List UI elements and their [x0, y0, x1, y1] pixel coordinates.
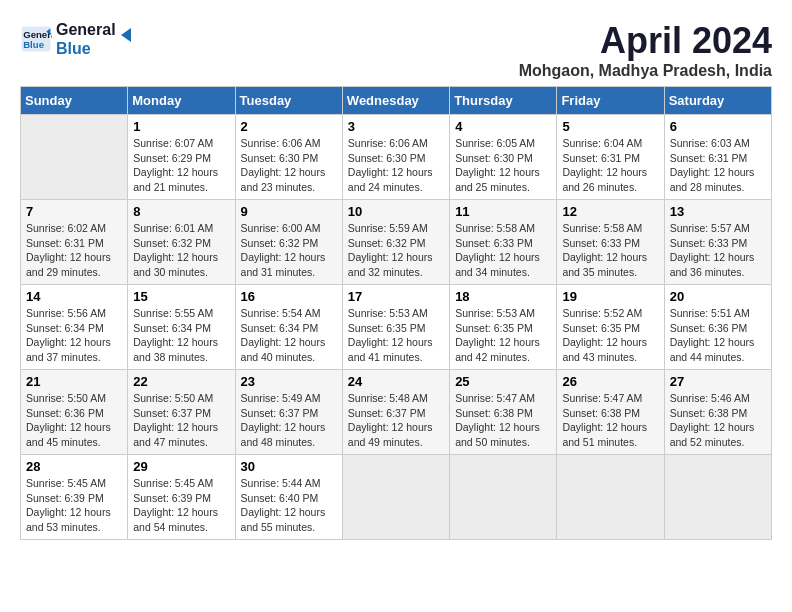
calendar-cell: 4Sunrise: 6:05 AMSunset: 6:30 PMDaylight…: [450, 115, 557, 200]
calendar-cell: 18Sunrise: 5:53 AMSunset: 6:35 PMDayligh…: [450, 285, 557, 370]
day-info: Sunrise: 6:06 AMSunset: 6:30 PMDaylight:…: [348, 136, 444, 195]
calendar-cell: [342, 455, 449, 540]
day-info: Sunrise: 5:46 AMSunset: 6:38 PMDaylight:…: [670, 391, 766, 450]
month-title: April 2024: [519, 20, 772, 62]
day-info: Sunrise: 5:51 AMSunset: 6:36 PMDaylight:…: [670, 306, 766, 365]
day-info: Sunrise: 6:06 AMSunset: 6:30 PMDaylight:…: [241, 136, 337, 195]
day-info: Sunrise: 5:54 AMSunset: 6:34 PMDaylight:…: [241, 306, 337, 365]
day-info: Sunrise: 5:52 AMSunset: 6:35 PMDaylight:…: [562, 306, 658, 365]
calendar-cell: 14Sunrise: 5:56 AMSunset: 6:34 PMDayligh…: [21, 285, 128, 370]
day-number: 30: [241, 459, 337, 474]
day-info: Sunrise: 6:07 AMSunset: 6:29 PMDaylight:…: [133, 136, 229, 195]
day-info: Sunrise: 5:58 AMSunset: 6:33 PMDaylight:…: [562, 221, 658, 280]
day-number: 22: [133, 374, 229, 389]
day-info: Sunrise: 5:49 AMSunset: 6:37 PMDaylight:…: [241, 391, 337, 450]
day-number: 18: [455, 289, 551, 304]
calendar-cell: 3Sunrise: 6:06 AMSunset: 6:30 PMDaylight…: [342, 115, 449, 200]
calendar-cell: 5Sunrise: 6:04 AMSunset: 6:31 PMDaylight…: [557, 115, 664, 200]
day-number: 13: [670, 204, 766, 219]
day-number: 8: [133, 204, 229, 219]
day-number: 19: [562, 289, 658, 304]
day-info: Sunrise: 5:53 AMSunset: 6:35 PMDaylight:…: [348, 306, 444, 365]
day-info: Sunrise: 5:50 AMSunset: 6:36 PMDaylight:…: [26, 391, 122, 450]
header-monday: Monday: [128, 87, 235, 115]
calendar-cell: 28Sunrise: 5:45 AMSunset: 6:39 PMDayligh…: [21, 455, 128, 540]
calendar-cell: 21Sunrise: 5:50 AMSunset: 6:36 PMDayligh…: [21, 370, 128, 455]
calendar-cell: 6Sunrise: 6:03 AMSunset: 6:31 PMDaylight…: [664, 115, 771, 200]
logo-text-general: General: [56, 20, 116, 39]
day-info: Sunrise: 6:05 AMSunset: 6:30 PMDaylight:…: [455, 136, 551, 195]
day-info: Sunrise: 6:04 AMSunset: 6:31 PMDaylight:…: [562, 136, 658, 195]
calendar-cell: 19Sunrise: 5:52 AMSunset: 6:35 PMDayligh…: [557, 285, 664, 370]
day-number: 20: [670, 289, 766, 304]
day-number: 17: [348, 289, 444, 304]
day-info: Sunrise: 5:45 AMSunset: 6:39 PMDaylight:…: [133, 476, 229, 535]
calendar-cell: 24Sunrise: 5:48 AMSunset: 6:37 PMDayligh…: [342, 370, 449, 455]
calendar-week-1: 1Sunrise: 6:07 AMSunset: 6:29 PMDaylight…: [21, 115, 772, 200]
day-info: Sunrise: 5:57 AMSunset: 6:33 PMDaylight:…: [670, 221, 766, 280]
day-number: 2: [241, 119, 337, 134]
calendar-cell: 23Sunrise: 5:49 AMSunset: 6:37 PMDayligh…: [235, 370, 342, 455]
location: Mohgaon, Madhya Pradesh, India: [519, 62, 772, 80]
logo: General Blue General Blue: [20, 20, 136, 58]
day-number: 14: [26, 289, 122, 304]
day-number: 27: [670, 374, 766, 389]
header-friday: Friday: [557, 87, 664, 115]
calendar-week-4: 21Sunrise: 5:50 AMSunset: 6:36 PMDayligh…: [21, 370, 772, 455]
day-info: Sunrise: 5:48 AMSunset: 6:37 PMDaylight:…: [348, 391, 444, 450]
logo-icon: General Blue: [20, 25, 52, 53]
calendar-week-3: 14Sunrise: 5:56 AMSunset: 6:34 PMDayligh…: [21, 285, 772, 370]
day-number: 10: [348, 204, 444, 219]
calendar-cell: [557, 455, 664, 540]
day-info: Sunrise: 5:44 AMSunset: 6:40 PMDaylight:…: [241, 476, 337, 535]
page-header: General Blue General Blue April 2024 Moh…: [20, 20, 772, 80]
calendar-cell: 25Sunrise: 5:47 AMSunset: 6:38 PMDayligh…: [450, 370, 557, 455]
header-sunday: Sunday: [21, 87, 128, 115]
title-area: April 2024 Mohgaon, Madhya Pradesh, Indi…: [519, 20, 772, 80]
calendar-table: Sunday Monday Tuesday Wednesday Thursday…: [20, 86, 772, 540]
calendar-week-2: 7Sunrise: 6:02 AMSunset: 6:31 PMDaylight…: [21, 200, 772, 285]
calendar-cell: 16Sunrise: 5:54 AMSunset: 6:34 PMDayligh…: [235, 285, 342, 370]
day-number: 9: [241, 204, 337, 219]
calendar-cell: 1Sunrise: 6:07 AMSunset: 6:29 PMDaylight…: [128, 115, 235, 200]
day-number: 16: [241, 289, 337, 304]
day-info: Sunrise: 5:56 AMSunset: 6:34 PMDaylight:…: [26, 306, 122, 365]
calendar-header-row: Sunday Monday Tuesday Wednesday Thursday…: [21, 87, 772, 115]
day-number: 21: [26, 374, 122, 389]
calendar-cell: 13Sunrise: 5:57 AMSunset: 6:33 PMDayligh…: [664, 200, 771, 285]
day-info: Sunrise: 5:59 AMSunset: 6:32 PMDaylight:…: [348, 221, 444, 280]
calendar-cell: 10Sunrise: 5:59 AMSunset: 6:32 PMDayligh…: [342, 200, 449, 285]
day-info: Sunrise: 5:58 AMSunset: 6:33 PMDaylight:…: [455, 221, 551, 280]
day-info: Sunrise: 6:03 AMSunset: 6:31 PMDaylight:…: [670, 136, 766, 195]
day-number: 11: [455, 204, 551, 219]
day-info: Sunrise: 5:47 AMSunset: 6:38 PMDaylight:…: [562, 391, 658, 450]
day-info: Sunrise: 5:53 AMSunset: 6:35 PMDaylight:…: [455, 306, 551, 365]
calendar-week-5: 28Sunrise: 5:45 AMSunset: 6:39 PMDayligh…: [21, 455, 772, 540]
calendar-cell: [21, 115, 128, 200]
day-number: 15: [133, 289, 229, 304]
day-info: Sunrise: 5:55 AMSunset: 6:34 PMDaylight:…: [133, 306, 229, 365]
header-thursday: Thursday: [450, 87, 557, 115]
day-number: 6: [670, 119, 766, 134]
day-info: Sunrise: 6:00 AMSunset: 6:32 PMDaylight:…: [241, 221, 337, 280]
calendar-cell: 12Sunrise: 5:58 AMSunset: 6:33 PMDayligh…: [557, 200, 664, 285]
day-info: Sunrise: 5:50 AMSunset: 6:37 PMDaylight:…: [133, 391, 229, 450]
calendar-cell: 15Sunrise: 5:55 AMSunset: 6:34 PMDayligh…: [128, 285, 235, 370]
calendar-cell: 17Sunrise: 5:53 AMSunset: 6:35 PMDayligh…: [342, 285, 449, 370]
svg-marker-4: [121, 28, 131, 42]
calendar-cell: 20Sunrise: 5:51 AMSunset: 6:36 PMDayligh…: [664, 285, 771, 370]
day-info: Sunrise: 5:45 AMSunset: 6:39 PMDaylight:…: [26, 476, 122, 535]
day-number: 23: [241, 374, 337, 389]
day-info: Sunrise: 6:02 AMSunset: 6:31 PMDaylight:…: [26, 221, 122, 280]
calendar-cell: 26Sunrise: 5:47 AMSunset: 6:38 PMDayligh…: [557, 370, 664, 455]
day-number: 25: [455, 374, 551, 389]
day-number: 7: [26, 204, 122, 219]
day-number: 29: [133, 459, 229, 474]
calendar-cell: [450, 455, 557, 540]
calendar-cell: 29Sunrise: 5:45 AMSunset: 6:39 PMDayligh…: [128, 455, 235, 540]
day-number: 4: [455, 119, 551, 134]
day-number: 24: [348, 374, 444, 389]
svg-text:Blue: Blue: [23, 39, 44, 50]
calendar-cell: [664, 455, 771, 540]
calendar-cell: 11Sunrise: 5:58 AMSunset: 6:33 PMDayligh…: [450, 200, 557, 285]
